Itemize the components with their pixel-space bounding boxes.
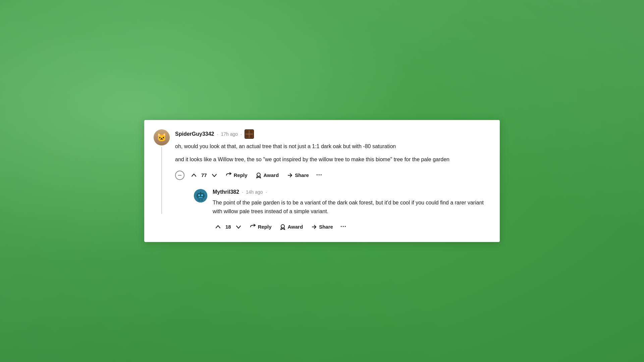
upvote-button-top[interactable] xyxy=(189,170,199,181)
avatar-spiderguy: 🐱 xyxy=(154,129,170,145)
comment-text-line1: oh, would you look at that, an actual tr… xyxy=(175,142,490,151)
svg-rect-1 xyxy=(246,131,249,133)
svg-rect-15 xyxy=(203,194,205,197)
share-label-top: Share xyxy=(295,172,309,178)
upvote-button-reply[interactable] xyxy=(213,222,223,232)
svg-rect-2 xyxy=(250,131,253,133)
upvote-icon-top xyxy=(191,172,197,179)
share-icon-reply xyxy=(311,224,317,230)
comment-body-top: SpiderGuy3342 · 17h ago · xyxy=(175,129,490,233)
comment-reply: Mythril382 · 14h ago · The point of the … xyxy=(194,189,490,233)
comment-card: 🐱 SpiderGuy3342 · 17h ago · xyxy=(144,120,500,242)
downvote-button-reply[interactable] xyxy=(233,222,244,232)
reply-label-reply: Reply xyxy=(258,224,272,230)
award-icon-top xyxy=(256,172,262,178)
avatar-col-top: 🐱 xyxy=(154,129,170,214)
svg-rect-16 xyxy=(198,194,200,196)
comment-text-line2: and it looks like a Willow tree, the so … xyxy=(175,155,490,164)
svg-rect-7 xyxy=(250,133,253,135)
avatar-img: 🐱 xyxy=(154,129,170,145)
svg-rect-4 xyxy=(250,135,253,137)
comment-text-reply-p: The point of the pale garden is to be a … xyxy=(213,198,490,216)
reply-icon-reply xyxy=(250,224,256,230)
avatar-mythril-svg xyxy=(194,189,207,202)
svg-rect-14 xyxy=(197,194,198,197)
upvote-icon-reply xyxy=(215,224,221,230)
dot-sep-reply-2: · xyxy=(266,189,267,195)
award-icon-reply xyxy=(280,224,286,230)
reply-button-top[interactable]: Reply xyxy=(222,170,251,181)
share-button-reply[interactable]: Share xyxy=(308,222,336,232)
downvote-icon-reply xyxy=(235,224,242,230)
thread-line xyxy=(161,147,162,214)
award-label-reply: Award xyxy=(288,224,303,230)
more-label-reply: ··· xyxy=(340,223,346,230)
dot-sep-top-2: · xyxy=(240,131,242,137)
svg-rect-20 xyxy=(198,199,200,200)
reply-icon-top xyxy=(226,172,232,178)
dot-sep-top: · xyxy=(217,131,218,137)
username-top[interactable]: SpiderGuy3342 xyxy=(175,131,214,137)
award-button-reply[interactable]: Award xyxy=(276,222,307,232)
reply-label-top: Reply xyxy=(234,172,248,178)
comment-header-reply: Mythril382 · 14h ago · xyxy=(213,189,490,195)
action-bar-top: 77 Reply xyxy=(175,169,490,181)
downvote-button-top[interactable] xyxy=(209,170,220,181)
avatar-mythril xyxy=(194,189,207,202)
svg-rect-19 xyxy=(200,192,201,193)
collapse-button-top[interactable] xyxy=(175,171,184,180)
svg-rect-8 xyxy=(249,130,250,133)
svg-rect-17 xyxy=(201,194,203,196)
more-label-top: ··· xyxy=(316,172,322,178)
comment-top: 🐱 SpiderGuy3342 · 17h ago · xyxy=(154,129,490,233)
svg-rect-5 xyxy=(249,133,250,135)
svg-rect-9 xyxy=(249,135,250,138)
timestamp-reply: 14h ago xyxy=(246,189,263,195)
action-bar-reply: 18 xyxy=(213,221,490,233)
award-label-top: Award xyxy=(264,172,279,178)
dot-sep-reply: · xyxy=(242,189,243,195)
svg-rect-21 xyxy=(201,199,203,200)
svg-rect-3 xyxy=(246,135,249,137)
comment-header-top: SpiderGuy3342 · 17h ago · xyxy=(175,129,490,139)
timestamp-top: 17h ago xyxy=(221,131,238,137)
svg-rect-18 xyxy=(199,197,203,198)
minus-icon xyxy=(177,172,182,178)
more-button-top[interactable]: ··· xyxy=(314,169,325,181)
vote-count-reply: 18 xyxy=(225,224,231,230)
reply-button-reply[interactable]: Reply xyxy=(247,222,275,232)
svg-rect-6 xyxy=(245,133,249,135)
comment-text-top: oh, would you look at that, an actual tr… xyxy=(175,142,490,164)
share-icon-top xyxy=(287,172,293,178)
share-label-reply: Share xyxy=(319,224,333,230)
comment-body-reply: Mythril382 · 14h ago · The point of the … xyxy=(213,189,490,233)
award-button-top[interactable]: Award xyxy=(252,170,282,181)
vote-section-top: 77 xyxy=(189,170,220,181)
more-button-reply[interactable]: ··· xyxy=(338,221,349,233)
vote-count-top: 77 xyxy=(201,172,207,178)
share-button-top[interactable]: Share xyxy=(283,170,312,181)
downvote-icon-top xyxy=(211,172,218,179)
reply-section: Mythril382 · 14h ago · The point of the … xyxy=(186,189,490,233)
comment-text-reply: The point of the pale garden is to be a … xyxy=(213,198,490,216)
username-reply[interactable]: Mythril382 xyxy=(213,189,239,195)
vote-section-reply: 18 xyxy=(213,222,244,232)
flair-badge-top xyxy=(245,129,254,139)
